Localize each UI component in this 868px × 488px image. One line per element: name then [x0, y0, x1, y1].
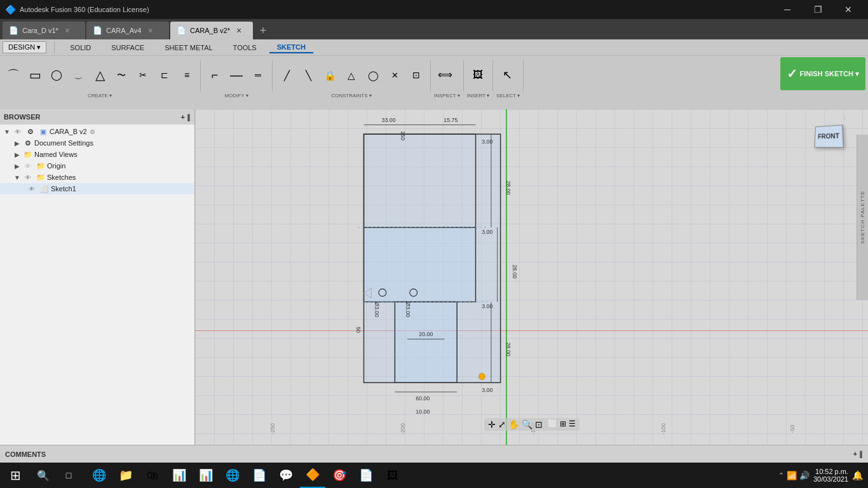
app-title: Autodesk Fusion 360 (Education License) — [20, 6, 149, 13]
app-icon: 🔷 — [5, 4, 16, 15]
display-mode-icon[interactable]: ⬜ — [548, 419, 557, 430]
arc-tool[interactable]: ⌒ — [67, 57, 89, 93]
close-button[interactable]: ✕ — [834, 0, 863, 19]
tray-expand[interactable]: ⌃ — [778, 471, 784, 480]
search-icon: 🔍 — [37, 470, 50, 482]
taskbar-edge[interactable]: 🌐 — [86, 463, 112, 488]
task-view-icon: □ — [66, 470, 71, 480]
tree-visibility-root[interactable]: 👁 — [13, 126, 23, 137]
taskbar-red-app[interactable]: 🎯 — [327, 463, 352, 488]
origin-label: Origin — [47, 162, 65, 170]
offset-tool[interactable]: — — [226, 57, 247, 93]
tree-item-namedviews[interactable]: ▶ 📁 Named Views — [0, 149, 194, 160]
tab-close-2[interactable]: × — [147, 25, 153, 36]
tab-close-3[interactable]: × — [236, 25, 241, 36]
root-settings-icon[interactable]: ⚙ — [90, 128, 95, 135]
sketches-label: Sketches — [47, 173, 76, 181]
tab-cara-d[interactable]: 📄 Cara_D v1* × — [3, 22, 85, 39]
tab-close-1[interactable]: × — [65, 25, 70, 36]
horizontal-constraint[interactable]: ╱ — [276, 57, 297, 93]
finish-sketch-button[interactable]: ✓ FINISH SKETCH ▾ — [780, 57, 865, 90]
hand-tool-icon[interactable]: ✋ — [508, 419, 519, 430]
taskbar-powerpoint[interactable]: 📊 — [193, 463, 219, 488]
hatch-tool[interactable]: ≡ — [175, 57, 197, 93]
svg-rect-3 — [395, 302, 457, 383]
measure-tool[interactable]: ⟺ — [434, 57, 456, 93]
tree-item-sketch1[interactable]: 👁 ⬜ Sketch1 — [0, 183, 194, 194]
tree-item-origin[interactable]: ▶ 👁 📁 Origin — [0, 160, 194, 172]
taskbar-acrobat[interactable]: 📄 — [353, 463, 379, 488]
view-cube[interactable]: FRONT ↑ — [808, 116, 846, 154]
notifications-icon[interactable]: 🔔 — [852, 470, 863, 480]
tree-arrow-sketches[interactable]: ▼ — [13, 174, 22, 181]
toolbar-row1: DESIGN ▾ SOLID SURFACE SHEET METAL TOOLS… — [0, 39, 868, 56]
constraints-label: CONSTRAINTS ▾ — [276, 93, 427, 99]
symmetry-constraint[interactable]: ⊡ — [405, 57, 427, 93]
tree-arrow-origin[interactable]: ▶ — [13, 163, 22, 170]
arrow-tool-icon[interactable]: ⤢ — [498, 419, 506, 430]
project-tool[interactable]: ⊏ — [154, 57, 175, 93]
menu-sheet-metal[interactable]: SHEET METAL — [157, 43, 220, 53]
circle-tool[interactable]: ◯ — [46, 57, 67, 93]
vertical-constraint[interactable]: ╲ — [297, 57, 319, 93]
midpoint-constraint[interactable]: ✕ — [384, 57, 405, 93]
svg-text:28.00: 28.00 — [512, 264, 518, 278]
menu-sketch[interactable]: SKETCH — [269, 42, 313, 53]
spline-tool[interactable]: 〜 — [111, 57, 132, 93]
menu-icon[interactable]: ☰ — [569, 419, 576, 430]
tangent-constraint[interactable]: △ — [341, 57, 362, 93]
fillet-tool[interactable]: ⌐ — [204, 57, 226, 93]
canvas-area[interactable]: -250 -200 -150 -100 -50 33.00 15.75 — [195, 109, 868, 445]
start-button[interactable]: ⊞ — [0, 463, 31, 488]
menu-solid[interactable]: SOLID — [62, 43, 98, 53]
tree-visibility-sketch1[interactable]: 👁 — [27, 184, 37, 194]
pan-tool-icon[interactable]: ✛ — [488, 419, 496, 430]
tree-item-sketches[interactable]: ▼ 👁 📁 Sketches — [0, 172, 194, 183]
volume-icon[interactable]: 🔊 — [799, 471, 810, 480]
network-icon[interactable]: 📶 — [787, 471, 797, 480]
search-button[interactable]: 🔍 — [31, 463, 56, 488]
tree-item-docsettings[interactable]: ▶ ⚙ Document Settings — [0, 137, 194, 149]
tree-arrow-namedviews[interactable]: ▶ — [13, 151, 22, 158]
taskbar-excel[interactable]: 📊 — [166, 463, 192, 488]
taskbar-store[interactable]: 🛍 — [140, 463, 165, 488]
taskbar-teams[interactable]: 💬 — [273, 463, 299, 488]
menu-tools[interactable]: TOOLS — [226, 43, 264, 53]
minimize-button[interactable]: ─ — [773, 0, 802, 19]
select-tool[interactable]: ↖ — [496, 57, 518, 93]
sketch-palette-tab[interactable]: SKETCH PALETTE — [857, 135, 868, 300]
line-tool[interactable]: ⌒ — [3, 57, 24, 93]
task-view-button[interactable]: □ — [56, 463, 81, 488]
new-tab-button[interactable]: + — [254, 22, 272, 39]
tab-cara-b[interactable]: 📄 CARA_B v2* × — [170, 22, 253, 39]
trim-tool[interactable]: ✂ — [132, 57, 154, 93]
taskbar-chrome[interactable]: 🌐 — [220, 463, 245, 488]
lock-constraint[interactable]: 🔒 — [319, 57, 341, 93]
concentric-constraint[interactable]: ◯ — [362, 57, 384, 93]
system-clock[interactable]: 10:52 p.m. 30/03/2021 — [813, 468, 848, 483]
mirror-tool[interactable]: ═ — [247, 57, 269, 93]
browser-expand-btn[interactable]: + ‖ — [181, 113, 191, 121]
window-controls[interactable]: ─ ❐ ✕ — [773, 0, 863, 19]
tree-visibility-sketches[interactable]: 👁 — [23, 172, 33, 182]
tree-visibility-origin[interactable]: 👁 — [23, 161, 33, 171]
zoom-in-icon[interactable]: 🔍 — [522, 419, 532, 430]
rect-tool[interactable]: ▭ — [24, 57, 46, 93]
comments-add-btn[interactable]: + ‖ — [853, 450, 863, 458]
taskbar-explorer[interactable]: 📁 — [113, 463, 139, 488]
tab-cara-a[interactable]: 📄 CARA_Av4 × — [86, 22, 169, 39]
zoom-fit-icon[interactable]: ⊡ — [535, 419, 543, 430]
design-dropdown[interactable]: DESIGN ▾ — [3, 41, 46, 53]
restore-button[interactable]: ❐ — [803, 0, 832, 19]
taskbar-word[interactable]: 📄 — [247, 463, 272, 488]
tab-bar: 📄 Cara_D v1* × 📄 CARA_Av4 × 📄 CARA_B v2*… — [0, 19, 868, 39]
tree-arrow-docsettings[interactable]: ▶ — [13, 140, 22, 147]
taskbar-fusion[interactable]: 🔶 — [300, 463, 325, 488]
grid-icon[interactable]: ⊞ — [560, 419, 566, 430]
tree-arrow-root[interactable]: ▼ — [3, 128, 11, 135]
polygon-tool[interactable]: △ — [89, 57, 111, 93]
menu-surface[interactable]: SURFACE — [104, 43, 152, 53]
tree-item-root[interactable]: ▼ 👁 ⚙ ▣ CARA_B v2 ⚙ — [0, 126, 194, 137]
taskbar-photos[interactable]: 🖼 — [380, 463, 405, 488]
insert-image-tool[interactable]: 🖼 — [467, 57, 489, 93]
